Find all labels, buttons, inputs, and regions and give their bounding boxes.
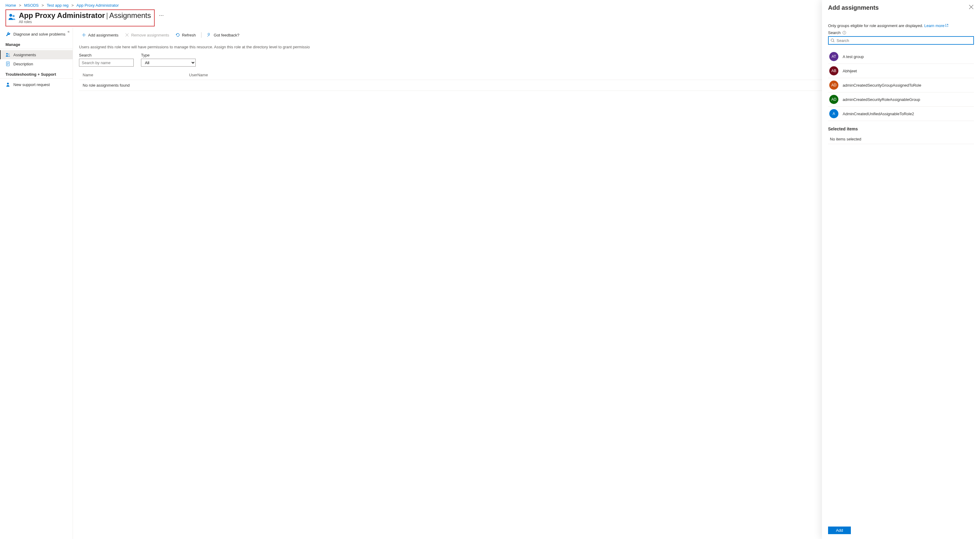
page-title: App Proxy Administrator|Assignments xyxy=(19,11,151,20)
result-item[interactable]: ADadminCreatedSecurityGroupAssignedToRol… xyxy=(828,78,974,92)
result-list[interactable]: ATA test groupABAbhijeetADadminCreatedSe… xyxy=(828,49,974,121)
chevron-right-icon: > xyxy=(72,3,74,8)
panel-title: Add assignments xyxy=(828,4,879,11)
refresh-icon xyxy=(175,32,180,37)
type-select[interactable]: All xyxy=(141,59,196,67)
sidebar-item-label: Diagnose and solve problems xyxy=(13,32,65,37)
type-label: Type xyxy=(141,53,196,57)
selected-items-heading: Selected items xyxy=(828,126,974,131)
sidebar-section-troubleshoot: Troubleshooting + Support xyxy=(0,69,73,79)
avatar: A xyxy=(829,109,838,118)
feedback-icon xyxy=(207,32,212,37)
result-name: A test group xyxy=(843,54,864,59)
breadcrumb-link[interactable]: Home xyxy=(5,3,16,8)
result-name: Abhijeet xyxy=(843,69,857,73)
svg-point-13 xyxy=(208,33,210,35)
svg-point-19 xyxy=(831,39,834,41)
learn-more-link[interactable]: Learn more xyxy=(924,23,948,28)
header-highlight-box: App Proxy Administrator|Assignments All … xyxy=(5,10,155,26)
people-icon xyxy=(8,13,16,21)
result-item[interactable]: ATA test group xyxy=(828,49,974,64)
sidebar-item-label: Assignments xyxy=(13,53,36,57)
sidebar-item-label: New support request xyxy=(13,82,50,87)
sidebar-item-assignments[interactable]: Assignments xyxy=(0,50,73,59)
svg-point-2 xyxy=(6,53,8,55)
chevron-right-icon: > xyxy=(19,3,21,8)
result-item[interactable]: ABAbhijeet xyxy=(828,64,974,78)
wrench-icon xyxy=(5,32,10,37)
svg-point-1 xyxy=(13,15,14,17)
column-header-name[interactable]: Name xyxy=(83,73,189,77)
sidebar-item-diagnose[interactable]: Diagnose and solve problems xyxy=(0,29,73,38)
avatar: AD xyxy=(829,81,838,90)
support-icon xyxy=(5,82,10,87)
breadcrumb-link[interactable]: Test app reg xyxy=(47,3,69,8)
avatar: AD xyxy=(829,95,838,104)
info-icon xyxy=(842,31,846,35)
result-item[interactable]: AAdminCreatedUnifiedAssignableToRole2 xyxy=(828,107,974,121)
panel-search-input[interactable] xyxy=(828,36,974,45)
result-name: adminCreatedSecurityGroupAssignedToRole xyxy=(843,83,921,88)
avatar: AT xyxy=(829,52,838,61)
chevron-right-icon: > xyxy=(41,3,44,8)
add-assignments-button[interactable]: Add assignments xyxy=(79,31,121,39)
svg-point-0 xyxy=(10,14,12,17)
close-icon[interactable] xyxy=(969,4,974,10)
sidebar: « Diagnose and solve problems Manage Ass… xyxy=(0,28,73,539)
document-icon xyxy=(5,61,10,66)
search-label: Search xyxy=(79,53,134,57)
more-actions-button[interactable]: ⋯ xyxy=(159,13,164,18)
sidebar-item-description[interactable]: Description xyxy=(0,59,73,69)
panel-hint: Only groups eligible for role assignment… xyxy=(828,23,974,28)
search-icon xyxy=(830,38,835,43)
toolbar-separator xyxy=(201,32,202,38)
breadcrumb-link[interactable]: MSODS xyxy=(24,3,39,8)
svg-point-3 xyxy=(8,54,10,55)
sidebar-section-manage: Manage xyxy=(0,38,73,49)
avatar: AB xyxy=(829,66,838,75)
breadcrumb-link[interactable]: App Proxy Administrator xyxy=(76,3,119,8)
external-link-icon xyxy=(945,24,948,27)
result-item[interactable]: ADadminCreatedSecurityRoleAssignableGrou… xyxy=(828,92,974,107)
collapse-sidebar-button[interactable]: « xyxy=(67,29,70,34)
result-name: adminCreatedSecurityRoleAssignableGroup xyxy=(843,97,920,102)
search-input[interactable] xyxy=(79,59,134,67)
page-subtitle: All roles xyxy=(19,20,151,24)
feedback-button[interactable]: Got feedback? xyxy=(205,31,242,39)
result-name: AdminCreatedUnifiedAssignableToRole2 xyxy=(843,112,914,116)
add-assignments-panel: Add assignments Only groups eligible for… xyxy=(822,0,980,539)
x-icon xyxy=(124,32,129,37)
panel-search-label: Search xyxy=(828,30,974,35)
svg-line-20 xyxy=(834,41,834,42)
svg-point-18 xyxy=(844,32,845,32)
plus-icon xyxy=(81,32,86,37)
remove-assignments-button: Remove assignments xyxy=(122,31,172,39)
sidebar-item-support[interactable]: New support request xyxy=(0,80,73,89)
svg-point-8 xyxy=(7,83,9,85)
sidebar-item-label: Description xyxy=(13,62,33,66)
refresh-button[interactable]: Refresh xyxy=(173,31,199,39)
people-icon xyxy=(5,52,10,57)
add-button[interactable]: Add xyxy=(828,526,851,534)
selected-items-empty: No items selected xyxy=(828,134,974,144)
